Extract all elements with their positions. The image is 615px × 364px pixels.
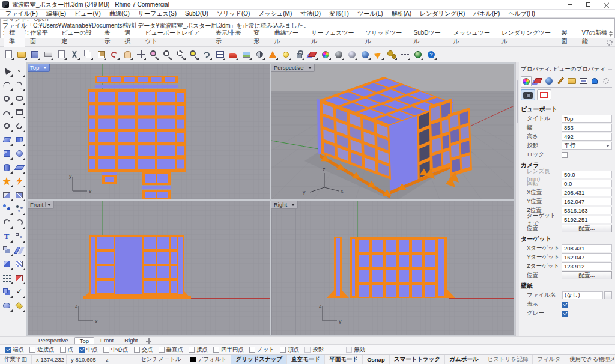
zoom-extents-icon[interactable] bbox=[187, 49, 199, 61]
viewport-menu-arrow-icon[interactable] bbox=[43, 67, 47, 69]
ellipse-icon[interactable] bbox=[13, 91, 26, 105]
target-y-input[interactable]: 162.047 bbox=[562, 253, 612, 261]
rectangle-icon[interactable] bbox=[13, 105, 26, 119]
cylinder-icon[interactable] bbox=[1, 160, 13, 174]
menu-item[interactable]: 解析(A) bbox=[387, 10, 416, 18]
osnap-toggle[interactable]: Osnap bbox=[363, 355, 390, 364]
osnap-disable-checkbox[interactable] bbox=[346, 347, 352, 353]
viewport-right[interactable]: z y Right bbox=[271, 201, 514, 335]
osnap-checkbox[interactable] bbox=[249, 347, 255, 353]
osnap-item[interactable]: 中心点 bbox=[103, 346, 129, 354]
ribbon-tab[interactable]: ビューポートレイアウト bbox=[140, 28, 210, 46]
osnap-item[interactable]: 頂点 bbox=[280, 346, 299, 354]
shaded-display-icon[interactable] bbox=[346, 49, 358, 61]
web-panel-tab-icon[interactable] bbox=[578, 76, 589, 86]
print-icon[interactable] bbox=[42, 49, 54, 61]
viewport-width-input[interactable]: 853 bbox=[562, 124, 612, 132]
solid-edit-icon[interactable] bbox=[1, 257, 13, 271]
point-icon[interactable] bbox=[13, 64, 26, 77]
minimize-button[interactable] bbox=[561, 0, 579, 9]
cplane-pane[interactable]: 作業平面 bbox=[0, 355, 32, 364]
ribbon-tab[interactable]: レンダリングツール bbox=[497, 28, 556, 46]
wireframe-display-icon[interactable] bbox=[333, 49, 345, 61]
viewport-perspective[interactable]: z y x Perspective bbox=[271, 64, 514, 199]
viewport-menu-arrow-icon[interactable] bbox=[308, 67, 312, 69]
viewport-tab-right[interactable]: Right bbox=[120, 337, 142, 344]
osnap-checkbox[interactable] bbox=[189, 347, 195, 353]
viewport-menu-arrow-icon[interactable] bbox=[47, 204, 51, 206]
options-icon[interactable] bbox=[386, 49, 398, 61]
ribbon-tab[interactable]: 表示 bbox=[99, 28, 120, 46]
planar-toggle[interactable]: 平面モード bbox=[325, 355, 363, 364]
ribbon-tab[interactable]: サーフェスツール bbox=[306, 28, 360, 46]
viewport-rect-button[interactable] bbox=[537, 89, 551, 100]
open-file-icon[interactable] bbox=[16, 49, 28, 61]
plane-icon[interactable] bbox=[13, 160, 26, 174]
wallpaper-file-input[interactable]: (なし) bbox=[562, 291, 603, 299]
undo-icon[interactable] bbox=[108, 49, 120, 61]
select-icon[interactable] bbox=[1, 64, 13, 77]
osnap-item[interactable]: 交点 bbox=[134, 346, 153, 354]
material-tab-icon[interactable] bbox=[544, 76, 554, 86]
viewport-height-input[interactable]: 492 bbox=[562, 133, 612, 141]
osnap-item[interactable]: 近接点 bbox=[29, 346, 55, 354]
layers-icon[interactable] bbox=[306, 49, 318, 61]
set-view-icon[interactable] bbox=[267, 49, 279, 61]
circle-icon[interactable] bbox=[1, 91, 13, 105]
polygon-icon[interactable] bbox=[1, 119, 13, 133]
settings-gear-icon[interactable] bbox=[607, 40, 613, 46]
menu-item[interactable]: 寸法(D) bbox=[296, 10, 325, 18]
osnap-checkbox[interactable] bbox=[5, 347, 11, 353]
scale-icon[interactable] bbox=[13, 271, 26, 285]
check-icon[interactable]: ✓ bbox=[13, 285, 26, 299]
lens-length-input[interactable]: 50.0 bbox=[562, 171, 612, 178]
menu-item[interactable]: 変形(T) bbox=[325, 10, 353, 18]
zoom-dynamic-icon[interactable] bbox=[148, 49, 160, 61]
export-icon[interactable] bbox=[55, 49, 67, 61]
lock-icon[interactable] bbox=[293, 49, 305, 61]
osnap-item[interactable]: 中点 bbox=[79, 346, 98, 354]
target-place-button[interactable]: 配置... bbox=[562, 271, 612, 279]
menu-item[interactable]: ソリッド(O) bbox=[213, 10, 254, 18]
osnap-item[interactable]: 点 bbox=[60, 346, 74, 354]
z-coord-pane[interactable]: z bbox=[101, 355, 136, 364]
new-viewport-tab-icon[interactable] bbox=[146, 338, 151, 344]
layers-tab-icon[interactable] bbox=[532, 76, 543, 86]
layer-pane[interactable]: デフォルト bbox=[186, 355, 232, 364]
edit-points-icon[interactable] bbox=[13, 229, 26, 243]
gumball-icon[interactable] bbox=[399, 49, 411, 61]
worksession-icon[interactable] bbox=[412, 49, 424, 61]
notifications-tab-icon[interactable] bbox=[589, 76, 600, 86]
grid-snap-toggle[interactable]: グリッドスナップ bbox=[231, 355, 287, 364]
offset-curve-icon[interactable] bbox=[13, 216, 26, 229]
osnap-item[interactable]: 四半円点 bbox=[213, 346, 244, 354]
explode-icon[interactable] bbox=[1, 174, 13, 188]
history-toggle[interactable]: ヒストリを記録 bbox=[483, 355, 533, 364]
osnap-item[interactable]: ノット bbox=[249, 346, 274, 354]
right-viewport-canvas[interactable]: z y bbox=[271, 201, 514, 335]
close-button[interactable] bbox=[597, 0, 615, 9]
ribbon-tab[interactable]: メッシュツール bbox=[449, 28, 497, 46]
wallpaper-show-checkbox[interactable] bbox=[562, 302, 568, 308]
menu-item[interactable]: ヘルプ(H) bbox=[504, 10, 539, 18]
smarttrack-toggle[interactable]: スマートトラック bbox=[390, 355, 446, 364]
osnap-checkbox[interactable] bbox=[280, 347, 286, 353]
mirror-icon[interactable] bbox=[13, 243, 26, 257]
surface-icon[interactable] bbox=[1, 133, 13, 147]
perspective-viewport-canvas[interactable]: z y x bbox=[271, 64, 514, 199]
new-file-icon[interactable] bbox=[2, 49, 14, 61]
hatch-icon[interactable] bbox=[13, 257, 26, 271]
viewport-title-input[interactable]: Top bbox=[562, 115, 612, 123]
top-viewport-canvas[interactable]: y x bbox=[28, 64, 270, 199]
lock-checkbox[interactable] bbox=[562, 152, 568, 158]
lights-icon[interactable] bbox=[280, 49, 292, 61]
trim-icon[interactable] bbox=[1, 188, 13, 202]
ribbon-tab[interactable]: SubDツール bbox=[409, 28, 449, 46]
units-pane[interactable]: センチメートル bbox=[136, 355, 186, 364]
osnap-checkbox[interactable] bbox=[159, 347, 165, 353]
osnap-checkbox[interactable] bbox=[103, 347, 109, 353]
move-view-icon[interactable] bbox=[135, 49, 147, 61]
menu-item[interactable]: サーフェス(S) bbox=[134, 10, 181, 18]
viewport-label-front[interactable]: Front bbox=[28, 201, 54, 209]
split-icon[interactable] bbox=[13, 188, 26, 202]
